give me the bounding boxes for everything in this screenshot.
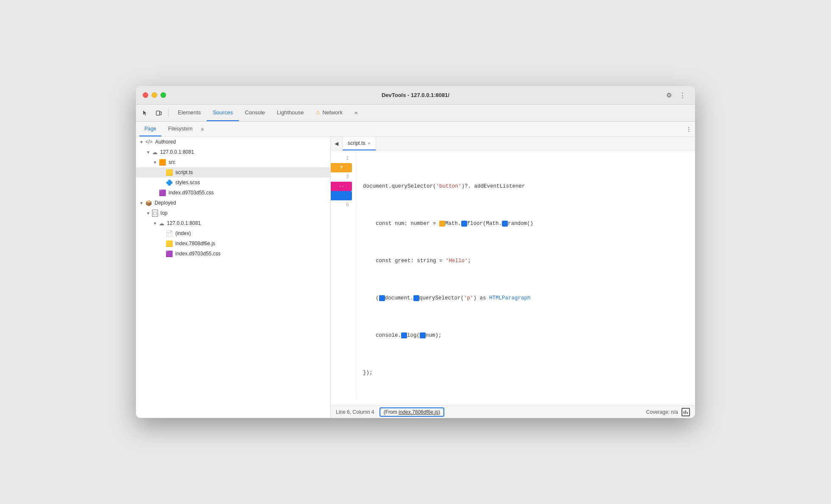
coverage-icon[interactable] bbox=[681, 408, 690, 416]
file-icon-script-ts: 🟨 bbox=[166, 169, 173, 176]
tab-bar: Elements Sources Console Lighthouse ⚠ Ne… bbox=[172, 105, 692, 121]
tab-lighthouse[interactable]: Lighthouse bbox=[271, 105, 310, 121]
status-bar: Line 6, Column 4 (From index.7808df6e.js… bbox=[331, 405, 695, 418]
code-lines: 1 ? 2 3 bbox=[331, 150, 695, 399]
tree-arrow-authored: ▼ bbox=[139, 140, 144, 144]
tree-arrow-server1: ▼ bbox=[146, 150, 150, 155]
code-line-6: }); bbox=[363, 368, 688, 377]
devtools-window: DevTools - 127.0.0.1:8081/ ⚙ ⋮ Elements … bbox=[136, 86, 695, 418]
code-line-3: const greet: string = 'Hello'; bbox=[363, 256, 688, 266]
svg-rect-1 bbox=[160, 112, 161, 115]
line-num-5: 5 bbox=[331, 191, 352, 200]
tree-label-server2: 127.0.0.1:8081 bbox=[167, 220, 201, 226]
source-link[interactable]: index.7808df6e.js bbox=[399, 409, 438, 415]
tree-item-src[interactable]: ▼ 🟧 src bbox=[136, 157, 330, 167]
editor-content[interactable]: 1 ? 2 3 bbox=[331, 150, 695, 405]
tree-label-authored: Authored bbox=[155, 139, 176, 145]
line-numbers: 1 ? 2 3 bbox=[331, 150, 356, 399]
code-text[interactable]: document.querySelector('button')?. addEv… bbox=[356, 150, 695, 399]
window-title: DevTools - 127.0.0.1:8081/ bbox=[382, 92, 449, 98]
tree-no-arrow-styles bbox=[160, 180, 164, 185]
tree-item-index-js[interactable]: 🟨 index.7808df6e.js bbox=[136, 238, 330, 249]
sub-toolbar-menu[interactable]: ⋮ bbox=[686, 126, 692, 133]
tree-item-server2[interactable]: ▼ ☁ 127.0.0.1:8081 bbox=[136, 218, 330, 228]
line-badge-4: ·· bbox=[331, 182, 352, 191]
more-button[interactable]: ⋮ bbox=[676, 89, 688, 101]
device-toggle-button[interactable] bbox=[153, 107, 165, 119]
sub-toolbar: Page Filesystem » ⋮ bbox=[136, 122, 695, 137]
tree-item-script-ts[interactable]: 🟨 script.ts bbox=[136, 167, 330, 177]
code-line-4: (document.querySelector('p') as HTMLPara… bbox=[363, 294, 688, 303]
line-badge-2: ? bbox=[331, 163, 352, 172]
tree-item-index-css2[interactable]: 🟪 index.d9703d55.css bbox=[136, 249, 330, 259]
tree-label-script-ts: script.ts bbox=[175, 169, 193, 175]
editor-back-button[interactable]: ◀ bbox=[331, 137, 343, 150]
code-line-1: document.querySelector('button')?. addEv… bbox=[363, 182, 688, 191]
file-icon-index-js: 🟨 bbox=[166, 240, 173, 247]
sub-tab-page[interactable]: Page bbox=[139, 122, 161, 136]
tree-arrow-src: ▼ bbox=[153, 160, 157, 165]
line-num-1: 1 bbox=[331, 154, 352, 163]
minimize-button[interactable] bbox=[152, 92, 157, 98]
tree-item-index-css[interactable]: 🟪 index.d9703d55.css bbox=[136, 188, 330, 198]
editor-file-tab-script[interactable]: script.ts × bbox=[343, 137, 376, 150]
settings-button[interactable]: ⚙ bbox=[663, 89, 675, 101]
sub-tab-filesystem[interactable]: Filesystem bbox=[163, 122, 197, 136]
tree-label-server1: 127.0.0.1:8081 bbox=[160, 149, 194, 155]
tree-label-index-file: (index) bbox=[175, 230, 191, 236]
main-toolbar: Elements Sources Console Lighthouse ⚠ Ne… bbox=[136, 105, 695, 122]
line-badge-5 bbox=[331, 191, 352, 200]
panels: ▼ </> Authored ▼ ☁ 127.0.0.1:8081 ▼ 🟧 sr… bbox=[136, 137, 695, 418]
cursor-position: Line 6, Column 4 bbox=[336, 409, 374, 415]
tab-network[interactable]: ⚠ Network bbox=[310, 105, 349, 121]
tree-item-styles-scss[interactable]: 🔷 styles.scss bbox=[136, 177, 330, 188]
line-num-4: ·· 4 bbox=[331, 182, 352, 191]
tab-elements[interactable]: Elements bbox=[172, 105, 207, 121]
maximize-button[interactable] bbox=[161, 92, 166, 98]
folder-icon-src: 🟧 bbox=[159, 159, 166, 166]
tab-console[interactable]: Console bbox=[239, 105, 271, 121]
tree-item-deployed[interactable]: ▼ 📦 Deployed bbox=[136, 198, 330, 208]
code-line-5: console.log(num); bbox=[363, 331, 688, 340]
tree-item-server1[interactable]: ▼ ☁ 127.0.0.1:8081 bbox=[136, 147, 330, 157]
svg-rect-2 bbox=[684, 411, 684, 414]
deployed-icon: 📦 bbox=[145, 200, 152, 206]
editor-tab-close[interactable]: × bbox=[368, 141, 370, 146]
tree-no-arrow-indexcss bbox=[153, 191, 157, 195]
tree-item-top[interactable]: ▼ □ top bbox=[136, 208, 330, 218]
editor-panel: ◀ script.ts × 1 bbox=[331, 137, 695, 418]
file-icon-index-css: 🟪 bbox=[159, 189, 166, 196]
devtools-body: Page Filesystem » ⋮ ▼ </> Authored bbox=[136, 122, 695, 418]
code-line-2: const num: number = Math.floor(Math.rand… bbox=[363, 219, 688, 228]
sub-toolbar-more[interactable]: » bbox=[199, 126, 205, 132]
file-icon-styles-scss: 🔷 bbox=[166, 179, 173, 186]
tree-label-top: top bbox=[161, 210, 168, 216]
tree-label-deployed: Deployed bbox=[155, 200, 176, 206]
coverage-section: Coverage: n/a bbox=[646, 408, 690, 416]
file-tree: ▼ </> Authored ▼ ☁ 127.0.0.1:8081 ▼ 🟧 sr… bbox=[136, 137, 331, 418]
coverage-label: Coverage: n/a bbox=[646, 409, 678, 415]
line-num-2: ? 2 bbox=[331, 163, 352, 172]
inspect-element-button[interactable] bbox=[139, 107, 151, 119]
file-icon-index-css2: 🟪 bbox=[166, 250, 173, 257]
editor-tab-filename: script.ts bbox=[348, 140, 365, 146]
close-button[interactable] bbox=[143, 92, 148, 98]
tree-label-index-css: index.d9703d55.css bbox=[169, 190, 214, 196]
chart-icon bbox=[683, 410, 688, 415]
cloud-icon-2: ☁ bbox=[159, 220, 164, 227]
svg-rect-3 bbox=[685, 410, 686, 414]
network-warning-icon: ⚠ bbox=[316, 109, 321, 116]
tree-no-arrow-index bbox=[160, 231, 164, 236]
tab-sources[interactable]: Sources bbox=[207, 105, 239, 121]
tree-item-index-file[interactable]: 📄 (index) bbox=[136, 228, 330, 238]
tree-no-arrow-script bbox=[160, 170, 164, 175]
source-link-badge: (From index.7808df6e.js) bbox=[379, 407, 444, 417]
tree-item-authored[interactable]: ▼ </> Authored bbox=[136, 137, 330, 147]
cloud-icon-1: ☁ bbox=[152, 149, 158, 155]
tab-more[interactable]: » bbox=[349, 105, 363, 121]
toolbar-separator bbox=[168, 109, 169, 117]
traffic-lights bbox=[143, 92, 166, 98]
tree-arrow-deployed: ▼ bbox=[139, 201, 144, 205]
tree-no-arrow-indexcss2 bbox=[160, 252, 164, 256]
tree-arrow-top: ▼ bbox=[146, 211, 150, 216]
